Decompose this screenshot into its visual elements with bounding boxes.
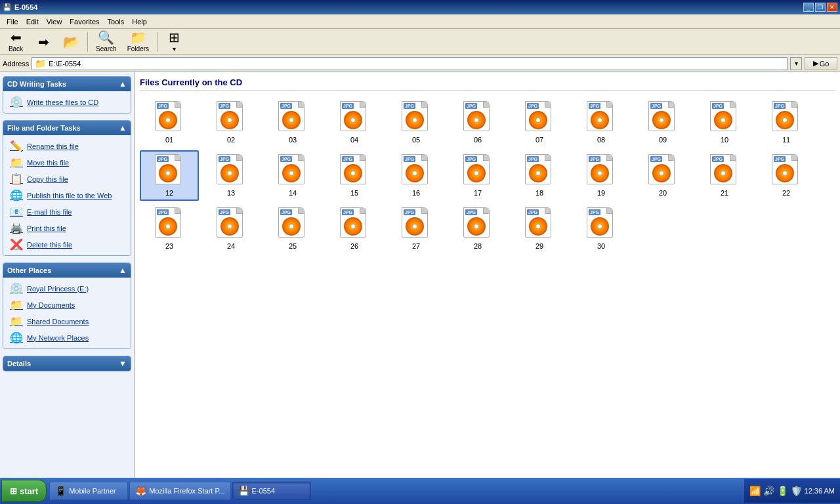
address-folder-icon: 📁 [35, 58, 46, 69]
my-documents-place[interactable]: 📁 My Documents [5, 297, 129, 313]
jpg-icon-24: JPG [215, 207, 247, 240]
publish-task[interactable]: 🌐 Publish this file to the Web [5, 187, 129, 203]
menu-edit[interactable]: Edit [22, 16, 43, 27]
write-files-task[interactable]: 💿 Write these files to CD [5, 94, 129, 110]
taskbar-task-firefox[interactable]: 🦊 Mozilla Firefox Start P... [129, 482, 230, 500]
file-label-27: 27 [412, 242, 420, 250]
taskbar-task-explorer[interactable]: 💾 E-0554 [232, 482, 311, 500]
rename-task[interactable]: ✏️ Rename this file [5, 138, 129, 154]
address-input[interactable] [49, 60, 784, 68]
file-item-10[interactable]: JPG10 [695, 97, 754, 148]
tray-icon-3: 🔋 [777, 486, 788, 496]
menu-view[interactable]: View [43, 16, 66, 27]
file-item-09[interactable]: JPG09 [633, 97, 692, 148]
tray-icon-1: 📶 [749, 486, 761, 496]
shared-documents-place[interactable]: 📁 Shared Documents [5, 313, 129, 329]
taskbar-task-mobile-partner[interactable]: 📱 Mobile Partner [49, 482, 128, 500]
folders-button[interactable]: 📁 Folders [123, 30, 154, 54]
forward-button[interactable]: ➡ [30, 30, 56, 54]
restore-button[interactable]: ❐ [815, 3, 826, 12]
file-label-03: 03 [289, 136, 297, 144]
file-label-19: 19 [597, 189, 605, 197]
menu-favorites[interactable]: Favorites [66, 16, 103, 27]
file-item-22[interactable]: JPG22 [757, 150, 816, 201]
file-item-18[interactable]: JPG18 [510, 150, 569, 201]
file-item-21[interactable]: JPG21 [695, 150, 754, 201]
file-label-12: 12 [165, 189, 173, 197]
file-item-17[interactable]: JPG17 [448, 150, 507, 201]
toolbar: ⬅ Back ➡ 📂 🔍 Search 📁 Folders ⊞ ▾ [0, 29, 840, 55]
publish-icon: 🌐 [10, 189, 23, 201]
back-icon: ⬅ [10, 31, 22, 44]
file-item-01[interactable]: JPG01 [140, 97, 199, 148]
file-item-30[interactable]: JPG30 [572, 203, 631, 254]
firefox-icon: 🦊 [135, 486, 146, 496]
other-places-header[interactable]: Other Places ▲ [3, 263, 131, 278]
other-places-chevron-icon: ▲ [119, 266, 127, 275]
explorer-icon: 💾 [238, 486, 249, 496]
file-label-05: 05 [412, 136, 420, 144]
up-button[interactable]: 📂 [58, 30, 84, 54]
file-item-07[interactable]: JPG07 [510, 97, 569, 148]
jpg-icon-29: JPG [524, 207, 555, 240]
file-item-15[interactable]: JPG15 [325, 150, 384, 201]
file-folder-tasks-content: ✏️ Rename this file 📁 Move this file 📋 C… [3, 135, 131, 255]
file-item-23[interactable]: JPG23 [140, 203, 199, 254]
file-item-02[interactable]: JPG02 [201, 97, 261, 148]
folders-icon: 📁 [130, 31, 146, 44]
file-item-08[interactable]: JPG08 [572, 97, 631, 148]
file-item-13[interactable]: JPG13 [201, 150, 261, 201]
file-item-25[interactable]: JPG25 [263, 203, 322, 254]
file-item-19[interactable]: JPG19 [572, 150, 631, 201]
jpg-icon-03: JPG [277, 101, 308, 134]
file-label-29: 29 [536, 242, 543, 250]
go-button[interactable]: ▶ Go [805, 57, 837, 70]
file-item-26[interactable]: JPG26 [325, 203, 384, 254]
file-item-04[interactable]: JPG04 [325, 97, 384, 148]
file-label-17: 17 [474, 189, 482, 197]
file-item-03[interactable]: JPG03 [263, 97, 322, 148]
file-label-09: 09 [659, 136, 667, 144]
close-button[interactable]: ✕ [827, 3, 837, 12]
views-button[interactable]: ⊞ ▾ [161, 30, 187, 54]
search-button[interactable]: 🔍 Search [91, 30, 121, 54]
delete-task[interactable]: ❌ Delete this file [5, 236, 129, 253]
sidebar: CD Writing Tasks ▲ 💿 Write these files t… [0, 72, 135, 478]
file-item-06[interactable]: JPG06 [448, 97, 507, 148]
menu-tools[interactable]: Tools [104, 16, 129, 27]
file-item-28[interactable]: JPG28 [448, 203, 507, 254]
copy-task[interactable]: 📋 Copy this file [5, 171, 129, 187]
jpg-icon-12: JPG [154, 154, 185, 187]
file-item-24[interactable]: JPG24 [201, 203, 261, 254]
details-header[interactable]: Details ▼ [3, 356, 131, 371]
jpg-icon-07: JPG [524, 101, 555, 134]
file-item-05[interactable]: JPG05 [387, 97, 446, 148]
tray-icon-4: 🛡️ [791, 486, 802, 496]
file-item-12[interactable]: JPG12 [140, 150, 199, 201]
email-task[interactable]: 📧 E-mail this file [5, 203, 129, 220]
jpg-icon-20: JPG [647, 154, 679, 187]
jpg-icon-04: JPG [339, 101, 370, 134]
royal-princess-place[interactable]: 💿 Royal Princess (E:) [5, 280, 129, 297]
file-item-11[interactable]: JPG11 [757, 97, 816, 148]
file-item-14[interactable]: JPG14 [263, 150, 322, 201]
details-chevron-icon: ▼ [119, 359, 127, 368]
file-item-29[interactable]: JPG29 [510, 203, 569, 254]
file-item-27[interactable]: JPG27 [387, 203, 446, 254]
file-folder-tasks-header[interactable]: File and Folder Tasks ▲ [3, 121, 131, 135]
cd-writing-tasks-header[interactable]: CD Writing Tasks ▲ [3, 77, 131, 91]
menu-help[interactable]: Help [128, 16, 151, 27]
file-item-20[interactable]: JPG20 [633, 150, 692, 201]
file-item-16[interactable]: JPG16 [387, 150, 446, 201]
address-dropdown[interactable]: ▾ [790, 57, 802, 70]
content-area: Files Currently on the CD JPG01JPG02JPG0… [135, 72, 840, 478]
start-button[interactable]: ⊞ start [1, 480, 47, 502]
network-places-place[interactable]: 🌐 My Network Places [5, 329, 129, 346]
move-task[interactable]: 📁 Move this file [5, 154, 129, 171]
print-task[interactable]: 🖨️ Print this file [5, 220, 129, 236]
go-arrow-icon: ▶ [813, 59, 818, 68]
minimize-button[interactable]: _ [803, 3, 814, 12]
menu-file[interactable]: File [3, 16, 22, 27]
back-button[interactable]: ⬅ Back [3, 30, 29, 54]
address-input-wrapper: 📁 [32, 57, 788, 70]
